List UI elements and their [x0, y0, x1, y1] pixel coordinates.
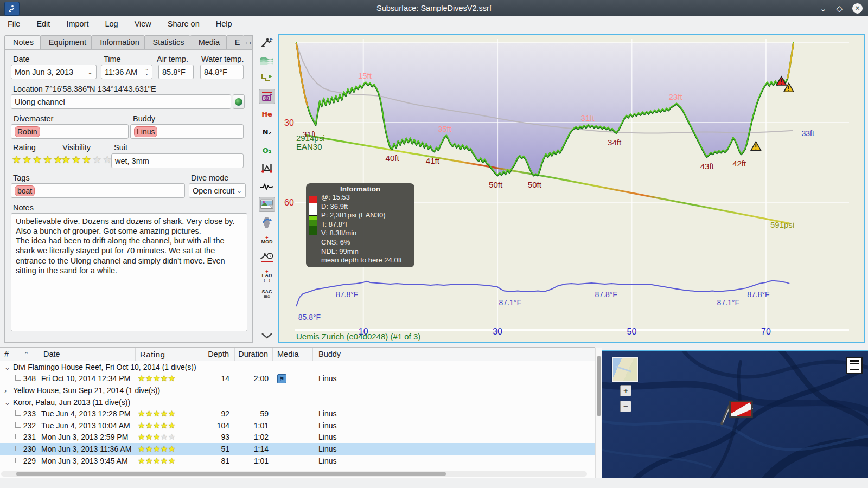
- map-panel[interactable]: + −: [602, 350, 868, 478]
- ruler-icon[interactable]: [259, 160, 275, 176]
- sac-icon[interactable]: SAC▦⏱: [259, 287, 275, 302]
- map-menu-button[interactable]: [846, 357, 863, 374]
- tags-field[interactable]: boat: [11, 183, 185, 198]
- pp-oxygen-icon[interactable]: O₂: [259, 143, 275, 158]
- close-button[interactable]: ✕: [852, 3, 863, 14]
- ndl-clock-icon[interactable]: [259, 251, 275, 266]
- dive-mode-select[interactable]: Open circuit ⌄: [189, 183, 246, 198]
- column-header-duration[interactable]: Duration: [235, 348, 273, 361]
- buddy-field[interactable]: Linus: [130, 124, 244, 139]
- menu-item-view[interactable]: View: [135, 20, 151, 28]
- divemaster-field[interactable]: Robin: [11, 124, 129, 139]
- trip-row[interactable]: ›Yellow House, Sun Sep 21, 2014 (1 dive(…: [0, 384, 595, 396]
- air-temp-field[interactable]: 85.8°F: [158, 65, 194, 79]
- collapse-icon[interactable]: ⌄: [4, 399, 13, 407]
- dive-number: 348: [0, 374, 39, 383]
- time-label: Time: [104, 55, 121, 63]
- dive-row[interactable]: 231Mon Jun 3, 2013 2:59 PM★★★★★931:02Lin…: [0, 432, 595, 444]
- pp-oxygen-icon-glyph: O₂: [263, 146, 272, 155]
- menu-item-file[interactable]: File: [8, 20, 20, 28]
- calculated-ceiling-icon[interactable]: [259, 70, 275, 86]
- time-spinner[interactable]: ⌃⌄: [145, 69, 149, 75]
- dive-row[interactable]: 229Mon Jun 3, 2013 9:45 AM★★★★★811:01Lin…: [0, 455, 595, 467]
- menu-item-import[interactable]: Import: [66, 20, 88, 28]
- depth-annotation: 31ft: [581, 113, 595, 123]
- maximize-button[interactable]: ◇: [836, 4, 843, 12]
- column-header-depth[interactable]: Depth: [184, 348, 235, 361]
- visibility-stars[interactable]: ★★★★★: [61, 155, 113, 165]
- shallow-waves-icon[interactable]: [259, 53, 275, 68]
- suit-change-icon[interactable]: [259, 215, 275, 230]
- menu-item-edit[interactable]: Edit: [36, 20, 50, 28]
- heart-rate-icon[interactable]: [259, 179, 275, 194]
- column-header-buddy[interactable]: Buddy: [313, 348, 595, 361]
- menu-item-log[interactable]: Log: [105, 20, 118, 28]
- suit-field[interactable]: wet, 3mm: [111, 153, 244, 168]
- show-on-map-button[interactable]: [233, 94, 245, 109]
- dive-row[interactable]: 348Fri Oct 10, 2014 12:34 PM★★★★★142:00⚑…: [0, 373, 595, 385]
- column-header-num[interactable]: # ⌃: [0, 348, 39, 361]
- depth-annotation: 50ft: [489, 180, 503, 189]
- menu-item-help[interactable]: Help: [216, 20, 232, 28]
- depth-annotation: 42ft: [732, 159, 746, 168]
- date-field[interactable]: Mon Jun 3, 2013 ⌄: [11, 65, 97, 79]
- sort-ascending-icon[interactable]: ⌃: [24, 351, 29, 358]
- dive-date: Mon Jun 3, 2013 2:59 PM: [39, 433, 136, 441]
- tab-statistics[interactable]: Statistics: [144, 35, 190, 50]
- dc-reported-ceiling-icon[interactable]: [259, 89, 275, 104]
- expand-icon[interactable]: ›: [4, 387, 13, 395]
- minimize-button[interactable]: ⌄: [820, 4, 827, 12]
- divemaster-chip[interactable]: Robin: [15, 126, 40, 137]
- column-header-date[interactable]: Date: [39, 348, 136, 361]
- tab-scroll-left-button[interactable]: ‹: [245, 38, 247, 47]
- dive-depth: 14: [184, 374, 235, 383]
- tab-scroll-right-button[interactable]: ›: [249, 38, 251, 47]
- dc-reported-ceiling-icon-glyph: [260, 91, 273, 102]
- dive-row[interactable]: 232Tue Jun 4, 2013 10:04 AM★★★★★1041:01L…: [0, 420, 595, 432]
- photos-icon[interactable]: [259, 197, 275, 212]
- tab-notes[interactable]: Notes: [4, 35, 41, 50]
- tag-chip[interactable]: boat: [15, 185, 35, 196]
- dive-date: Mon Jun 3, 2013 9:45 AM: [39, 457, 136, 465]
- map-overview-inset[interactable]: [612, 357, 638, 382]
- dive-row[interactable]: 233Tue Jun 4, 2013 12:28 PM★★★★★9259Linu…: [0, 408, 595, 420]
- trip-row[interactable]: ⌄Divi Flamingo House Reef, Fri Oct 10, 2…: [0, 361, 595, 373]
- time-field[interactable]: 11:36 AM ⌃⌄: [101, 65, 152, 79]
- ead-icon[interactable]: +EAD(…): [259, 268, 275, 284]
- dive-row[interactable]: 230Mon Jun 3, 2013 11:36 AM★★★★★511:14Li…: [0, 443, 595, 455]
- scrollbar-thumb[interactable]: [16, 472, 446, 476]
- rating-stars[interactable]: ★★★★★: [12, 155, 63, 165]
- scroll-down-icon[interactable]: [259, 328, 275, 343]
- water-temp-field[interactable]: 84.8°F: [200, 65, 244, 79]
- ead-icon-glyph: +EAD(…): [261, 270, 272, 282]
- location-field[interactable]: Ulong channel: [11, 94, 231, 109]
- ruler-icon-glyph: [260, 162, 273, 174]
- tab-media[interactable]: Media: [190, 35, 227, 50]
- column-header-media[interactable]: Media: [273, 348, 313, 361]
- tab-equipment[interactable]: Equipment: [40, 35, 92, 50]
- notes-label: Notes: [13, 203, 34, 212]
- menu-item-share-on[interactable]: Share on: [168, 20, 200, 28]
- dive-profile-chart[interactable]: 31ft15ft40ft41ft35ft50ft50ft31ft34ft23ft…: [278, 34, 865, 343]
- collapse-icon[interactable]: ⌄: [4, 363, 13, 371]
- column-header-rating[interactable]: Rating: [136, 348, 184, 361]
- notes-textarea[interactable]: Unbelievable dive. Dozens and dozens of …: [11, 213, 247, 331]
- pp-nitrogen-icon[interactable]: N₂: [259, 125, 275, 140]
- tab-e[interactable]: E: [226, 35, 244, 50]
- mod-icon[interactable]: +MOD: [259, 233, 275, 248]
- mean-depth-label: 33ft: [801, 129, 814, 138]
- map-zoom-in-button[interactable]: +: [620, 385, 631, 396]
- dive-duration: 1:14: [235, 445, 273, 453]
- media-icon[interactable]: ⚑: [277, 374, 286, 383]
- horizontal-scrollbar[interactable]: [1, 471, 587, 477]
- tab-information[interactable]: Information: [91, 35, 144, 50]
- chevron-down-icon[interactable]: ⌄: [237, 187, 242, 195]
- pp-helium-icon[interactable]: He: [259, 107, 275, 122]
- scrollbar-thumb[interactable]: [597, 356, 601, 416]
- chevron-down-icon[interactable]: ⌄: [87, 68, 93, 76]
- dive-mode-icon[interactable]: [259, 35, 275, 50]
- map-zoom-out-button[interactable]: −: [620, 401, 631, 412]
- buddy-chip[interactable]: Linus: [134, 126, 157, 137]
- trip-row[interactable]: ⌄Koror, Palau, Jun 2013 (11 dive(s)): [0, 396, 595, 408]
- vertical-scrollbar[interactable]: [595, 348, 602, 478]
